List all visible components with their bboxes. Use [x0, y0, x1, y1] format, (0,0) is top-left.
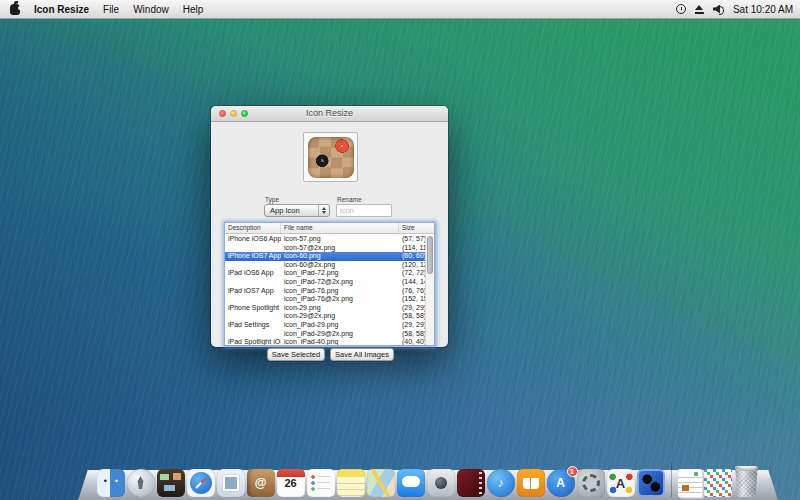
popup-arrows-icon: [318, 205, 329, 216]
table-row[interactable]: iPad Spotlight iOS 7icon_iPad-40.png(40,…: [225, 338, 425, 346]
scrollbar-thumb[interactable]: [427, 236, 433, 274]
letter-a-app-glyph: A: [607, 469, 635, 497]
column-description[interactable]: Description: [225, 223, 281, 233]
table-row[interactable]: iPhone Spotlight i...icon-29.png(29, 29): [225, 304, 425, 313]
dock-icon-app-store[interactable]: A1: [547, 469, 575, 497]
dock-icon-ibooks[interactable]: [517, 469, 545, 497]
save-selected-button[interactable]: Save Selected: [267, 348, 325, 361]
volume-icon[interactable]: [713, 5, 724, 14]
column-size[interactable]: Size: [399, 223, 434, 233]
icon-size-table[interactable]: Description File name Size iPhone iOS6 A…: [224, 222, 435, 346]
app-store-badge: 1: [567, 466, 578, 477]
rename-input[interactable]: [336, 204, 392, 217]
table-scrollbar[interactable]: [425, 235, 434, 345]
table-row[interactable]: icon-60@2x.png(120, 120): [225, 261, 425, 270]
cell-size: (152, 152): [399, 295, 425, 304]
table-row[interactable]: icon_iPad-29@2x.png(58, 58): [225, 330, 425, 339]
dock-icon-reminders[interactable]: [307, 469, 335, 497]
cell-description: iPad Settings: [225, 321, 281, 330]
cell-file_name: icon_iPad-76@2x.png: [281, 295, 399, 304]
cell-size: (144, 144): [399, 278, 425, 287]
cell-size: (58, 58): [399, 330, 425, 339]
table-row[interactable]: icon_iPad-72@2x.png(144, 144): [225, 278, 425, 287]
table-row[interactable]: iPad iOS6 Appicon_iPad-72.png(72, 72): [225, 269, 425, 278]
zoom-button[interactable]: [241, 110, 248, 117]
table-row[interactable]: iPad Settingsicon_iPad-29.png(29, 29): [225, 321, 425, 330]
cell-file_name: icon_iPad-72@2x.png: [281, 278, 399, 287]
close-button[interactable]: [219, 110, 226, 117]
cell-size: (72, 72): [399, 269, 425, 278]
apple-menu-icon[interactable]: [10, 4, 20, 15]
cell-size: (29, 29): [399, 321, 425, 330]
cell-file_name: icon-57@2x.png: [281, 244, 399, 253]
eject-icon[interactable]: [695, 5, 704, 14]
menu-clock[interactable]: Sat 10:20 AM: [733, 4, 793, 15]
cell-size: (29, 29): [399, 304, 425, 313]
cell-file_name: icon-60.png: [281, 252, 399, 261]
menu-file[interactable]: File: [103, 4, 119, 15]
cell-description: [225, 312, 281, 321]
dock-icon-contacts[interactable]: @: [247, 469, 275, 497]
menu-help[interactable]: Help: [183, 4, 204, 15]
dock-separator: [671, 463, 672, 497]
window-content: Type App Icon Rename Description File na…: [211, 122, 448, 347]
dock-icon-notes[interactable]: [337, 469, 365, 497]
dock-icon-mission-control[interactable]: [157, 469, 185, 497]
cell-description: [225, 261, 281, 270]
menu-window[interactable]: Window: [133, 4, 169, 15]
desktop: Icon Resize File Window Help Sat 10:20 A…: [0, 0, 800, 500]
cell-description: iPad iOS7 App: [225, 287, 281, 296]
column-file-name[interactable]: File name: [281, 223, 399, 233]
cell-description: iPhone Spotlight i...: [225, 304, 281, 313]
table-body: iPhone iOS6 Appicon-57.png(57, 57)icon-5…: [225, 235, 425, 345]
checkers-app-icon: [308, 137, 354, 178]
dock-icon-documents-stack[interactable]: [678, 469, 702, 497]
dock-icon-launchpad[interactable]: [127, 469, 155, 497]
cell-size: (40, 40): [399, 338, 425, 346]
cell-description: [225, 278, 281, 287]
menu-bar-status: Sat 10:20 AM: [676, 4, 800, 15]
calendar-day: 26: [277, 478, 305, 489]
icon-preview-well[interactable]: [303, 132, 358, 182]
cell-size: (76, 76): [399, 287, 425, 296]
dock-icon-finder[interactable]: [97, 469, 125, 497]
dock-icon-safari[interactable]: [187, 469, 215, 497]
window-titlebar[interactable]: Icon Resize: [211, 106, 448, 122]
dock-icon-mail[interactable]: [217, 469, 245, 497]
type-label: Type: [265, 196, 279, 203]
cell-description: [225, 330, 281, 339]
table-row[interactable]: icon-29@2x.png(58, 58): [225, 312, 425, 321]
dock: @26♪A1A: [78, 454, 778, 500]
dock-icon-imovie[interactable]: [457, 469, 485, 497]
dock-icon-maps[interactable]: [367, 469, 395, 497]
cell-file_name: icon_iPad-76.png: [281, 287, 399, 296]
cell-description: [225, 244, 281, 253]
clock-icon[interactable]: [676, 4, 686, 14]
cell-file_name: icon_iPad-29.png: [281, 321, 399, 330]
dock-icon-letter-a-app[interactable]: A: [607, 469, 635, 497]
dock-icon-itunes[interactable]: ♪: [487, 469, 515, 497]
cell-file_name: icon-57.png: [281, 235, 399, 244]
minimize-button[interactable]: [230, 110, 237, 117]
dock-icon-system-preferences[interactable]: [577, 469, 605, 497]
dock-icon-messages[interactable]: [397, 469, 425, 497]
table-row[interactable]: iPhone iOS6 Appicon-57.png(57, 57): [225, 235, 425, 244]
cell-size: (57, 57): [399, 235, 425, 244]
contacts-glyph: @: [247, 469, 275, 497]
table-row[interactable]: icon-57@2x.png(114, 114): [225, 244, 425, 253]
dock-icon-facetime[interactable]: [427, 469, 455, 497]
table-row[interactable]: iPhone iOS7 Appicon-60.png(60, 60): [225, 252, 425, 261]
type-popup-value: App Icon: [270, 206, 300, 215]
dock-icon-trash[interactable]: [734, 466, 760, 497]
save-all-images-button[interactable]: Save All Images: [330, 348, 394, 361]
table-row[interactable]: icon_iPad-76@2x.png(152, 152): [225, 295, 425, 304]
dock-icon-checkers-app[interactable]: [637, 469, 665, 497]
cell-size: (114, 114): [399, 244, 425, 253]
dock-icon-calendar[interactable]: 26: [277, 469, 305, 497]
table-row[interactable]: iPad iOS7 Appicon_iPad-76.png(76, 76): [225, 287, 425, 296]
icon-resize-window: Icon Resize Type App Icon Rename Descrip…: [211, 106, 448, 347]
type-popup-button[interactable]: App Icon: [264, 204, 330, 217]
menu-app-name[interactable]: Icon Resize: [34, 4, 89, 15]
dock-icon-applications-stack[interactable]: [704, 469, 732, 497]
cell-description: iPhone iOS6 App: [225, 235, 281, 244]
